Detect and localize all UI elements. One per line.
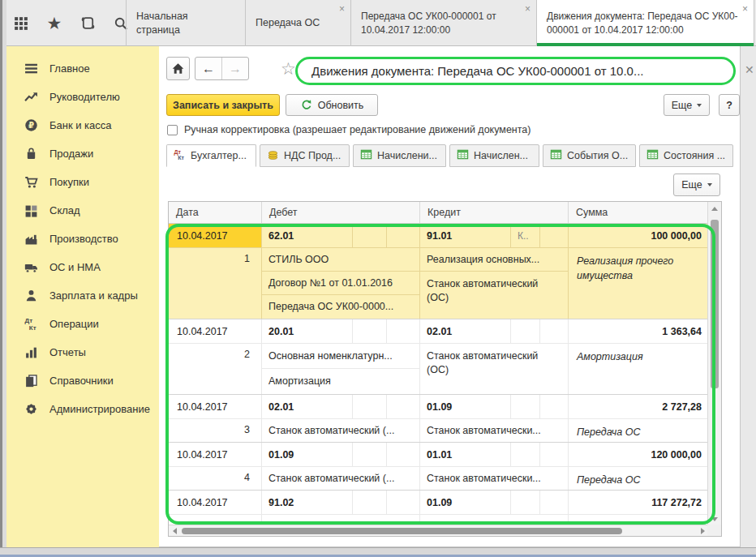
help-label: ?: [726, 100, 732, 111]
manual-adjustment-checkbox[interactable]: [167, 125, 178, 135]
sidebar-item[interactable]: Руководителю: [6, 83, 159, 111]
table-more-button[interactable]: Еще: [673, 174, 720, 196]
scroll-up-icon[interactable]: [708, 202, 721, 215]
tab-close-icon[interactable]: ×: [742, 4, 748, 14]
vertical-scrollbar-thumb[interactable]: [711, 220, 719, 388]
posting-main-row[interactable]: 10.04.201702.0101.092 727,28: [169, 395, 709, 419]
debit-analytics: Амортизация: [262, 369, 420, 394]
posting-analytics: 2Основная номенклатурн...АмортизацияСтан…: [169, 344, 709, 394]
posting-main-row[interactable]: 10.04.201791.0201.09117 272,72: [169, 491, 709, 515]
column-header[interactable]: Кредит: [420, 202, 569, 223]
table-icon: [646, 148, 659, 163]
sidebar-item[interactable]: Главное: [6, 54, 159, 83]
sidebar-item[interactable]: Администрирование: [6, 395, 159, 423]
sidebar-item[interactable]: Продажи: [6, 139, 159, 168]
cart-icon: [24, 175, 38, 190]
register-tab[interactable]: НДС Прод...: [260, 144, 350, 167]
apps-menu-icon[interactable]: [11, 14, 31, 33]
credit-analytics: Станок автоматический (ОС): [420, 344, 569, 394]
register-tab[interactable]: События О...: [543, 144, 636, 167]
manual-adjustment-row: Ручная корректировка (разрешает редактир…: [167, 124, 530, 135]
credit-account: 01.09: [420, 395, 511, 419]
credit-account: 01.09: [420, 491, 511, 515]
posting-amount: 117 272,72: [569, 491, 709, 515]
sidebar-item[interactable]: Склад: [6, 196, 159, 225]
horizontal-scrollbar[interactable]: [169, 525, 708, 536]
horizontal-scrollbar-thumb[interactable]: [182, 528, 622, 534]
app-tab[interactable]: Начальная страница: [126, 0, 246, 46]
ledger-entry[interactable]: 10.04.201791.0201.09117 272,725Реализаци…: [169, 491, 709, 525]
credit-analytics: Станок автоматически...: [420, 419, 569, 442]
credit-account: 91.01: [420, 224, 511, 248]
ledger-entry[interactable]: 10.04.201702.0101.092 727,283Станок авто…: [169, 395, 709, 443]
trend-icon: [24, 90, 38, 105]
ledger-entry[interactable]: 10.04.201720.0102.011 363,642Основная но…: [169, 319, 709, 395]
sidebar-item-label: Зарплата и кадры: [49, 289, 138, 302]
debit-account: 20.01: [262, 319, 353, 344]
register-tab[interactable]: Состояния ...: [639, 144, 733, 167]
refresh-label: Обновить: [318, 100, 364, 111]
favorites-icon[interactable]: ★: [45, 14, 64, 33]
home-button[interactable]: [166, 57, 190, 80]
sidebar-item[interactable]: Справочники: [6, 366, 159, 395]
sidebar-item[interactable]: Покупки: [6, 168, 159, 196]
posting-date: 10.04.2017: [169, 395, 262, 419]
close-form-icon[interactable]: ✕: [745, 63, 754, 76]
credit-flag: К..: [511, 224, 540, 248]
posting-main-row[interactable]: 10.04.201762.0191.01К..100 000,00: [169, 224, 709, 248]
register-tab[interactable]: Начислени...: [353, 144, 446, 167]
posting-note: Амортизация: [569, 344, 709, 394]
refresh-button[interactable]: Обновить: [286, 94, 378, 116]
debit-analytics: Передача ОС УК00-0000...: [262, 295, 420, 319]
sidebar-item[interactable]: Банк и касса: [6, 111, 159, 139]
credit-subcell: [540, 319, 569, 344]
sidebar-item-label: Руководителю: [49, 91, 120, 103]
sidebar-item-label: ОС и НМА: [49, 261, 101, 273]
credit-subcell: [540, 395, 569, 419]
app-tab[interactable]: Передача ОС×: [246, 0, 351, 46]
more-actions-button[interactable]: Еще: [664, 94, 710, 116]
ledger-entry[interactable]: 10.04.201701.0901.01120 000,004Станок ав…: [169, 443, 709, 491]
posting-main-row[interactable]: 10.04.201720.0102.011 363,64: [169, 319, 709, 344]
add-favorite-star-icon[interactable]: ☆: [281, 60, 296, 77]
register-tab[interactable]: Начислен...: [449, 144, 539, 167]
sidebar-item[interactable]: Отчеты: [6, 338, 159, 366]
scroll-right-icon[interactable]: [697, 525, 708, 536]
credit-analytics: Станок автоматически...: [420, 467, 569, 490]
column-header[interactable]: Дебет: [262, 202, 420, 223]
posting-note: Передача ОС: [569, 467, 709, 490]
register-tab[interactable]: Бухгалтер...: [166, 144, 256, 167]
dtkt-icon: [174, 148, 186, 163]
app-tab[interactable]: Передача ОС УК00-000001 от 10.04.2017 12…: [351, 0, 537, 46]
tab-close-icon[interactable]: ×: [525, 4, 530, 14]
debit-subcell: [387, 319, 420, 344]
sidebar-item[interactable]: Зарплата и кадры: [6, 281, 159, 310]
column-header[interactable]: Дата: [169, 202, 262, 223]
forward-button[interactable]: →: [221, 58, 248, 79]
debit-subcell: [353, 319, 387, 344]
posting-main-row[interactable]: 10.04.201701.0901.01120 000,00: [169, 443, 709, 467]
coins-icon: [267, 148, 279, 163]
sidebar-item[interactable]: Производство: [6, 225, 159, 253]
help-button[interactable]: ?: [719, 94, 740, 116]
sidebar-item[interactable]: Операции: [6, 310, 159, 338]
ledger-entry[interactable]: 10.04.201762.0191.01К..100 000,001СТИЛЬ …: [169, 224, 709, 319]
save-and-close-button[interactable]: Записать и закрыть: [166, 94, 280, 116]
history-icon[interactable]: [78, 14, 97, 33]
app-tab[interactable]: Движения документа: Передача ОС УК00-000…: [537, 0, 754, 46]
window-tabs: Начальная страницаПередача ОС×Передача О…: [126, 0, 754, 46]
scroll-down-icon[interactable]: [708, 512, 721, 525]
posting-date: 10.04.2017: [169, 443, 262, 467]
table-more-label: Еще: [681, 179, 702, 191]
posting-amount: 120 000,00: [569, 443, 709, 467]
column-header[interactable]: Сумма: [569, 202, 709, 223]
vertical-scrollbar[interactable]: [707, 202, 721, 525]
sidebar-item-label: Отчеты: [49, 346, 86, 358]
back-button[interactable]: ←: [195, 58, 221, 79]
chart-icon: [24, 345, 38, 360]
sidebar-item-label: Производство: [49, 233, 118, 245]
scroll-left-icon[interactable]: [169, 525, 180, 536]
tab-close-icon[interactable]: ×: [339, 4, 345, 14]
sidebar-item[interactable]: ОС и НМА: [6, 253, 159, 281]
page-title: Движения документа: Передача ОС УК00-000…: [311, 64, 643, 78]
